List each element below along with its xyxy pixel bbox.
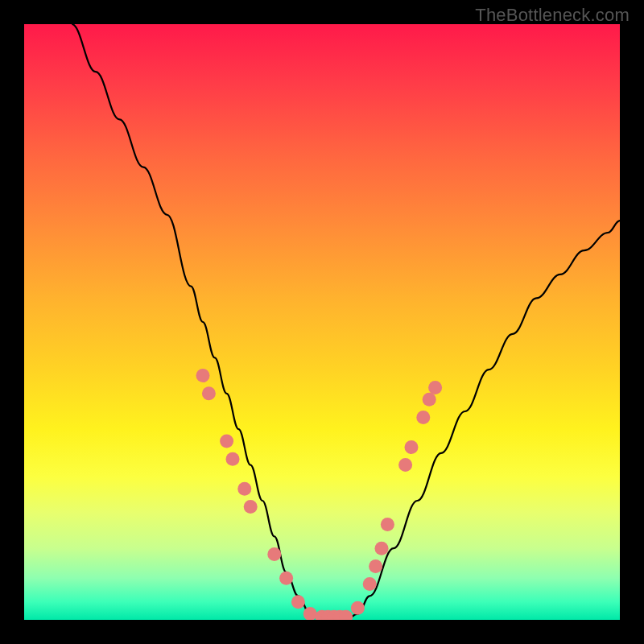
- data-marker: [381, 518, 394, 531]
- markers-group: [196, 369, 443, 620]
- data-marker: [369, 559, 382, 573]
- data-marker: [226, 452, 240, 466]
- data-marker: [202, 386, 216, 400]
- data-marker: [237, 482, 251, 496]
- watermark-text: TheBottleneck.com: [475, 5, 630, 26]
- plot-area: [24, 24, 620, 620]
- data-marker: [398, 458, 412, 472]
- data-marker: [428, 381, 442, 394]
- data-marker: [220, 435, 233, 448]
- data-marker: [405, 440, 419, 454]
- data-marker: [363, 577, 377, 591]
- bottleneck-curve: [72, 24, 620, 620]
- data-marker: [291, 595, 305, 609]
- data-marker: [351, 601, 365, 615]
- curve-group: [72, 24, 620, 620]
- data-marker: [279, 572, 293, 585]
- data-marker: [196, 369, 210, 382]
- data-marker: [244, 500, 258, 514]
- data-marker: [423, 393, 436, 407]
- data-marker: [375, 542, 389, 555]
- data-marker: [416, 411, 430, 424]
- chart-svg: [24, 24, 620, 620]
- data-marker: [267, 547, 281, 561]
